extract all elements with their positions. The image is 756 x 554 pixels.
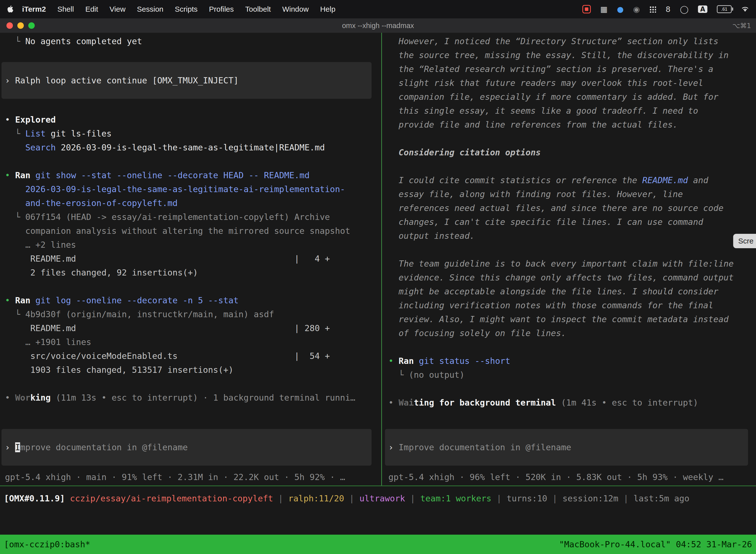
prompt-input[interactable]: › Improve documentation in @filename bbox=[385, 429, 748, 466]
blank-line bbox=[5, 99, 377, 113]
apple-logo-icon bbox=[7, 5, 14, 13]
terminal: └ No agents completed yet › Ralph loop a… bbox=[0, 33, 756, 554]
close-button[interactable] bbox=[6, 22, 13, 29]
inject-banner: › Ralph loop active continue [OMX_TMUX_I… bbox=[1, 62, 372, 99]
blank-line bbox=[388, 131, 753, 146]
stats-icon[interactable]: ▦ bbox=[600, 5, 608, 13]
omx-status-line: [OMX#0.11.9] cczip/essay/ai-reimplementa… bbox=[4, 491, 756, 505]
terminal-line: references need actual files, and since … bbox=[388, 201, 753, 215]
terminal-line: provide file and line references from th… bbox=[388, 118, 753, 131]
window-titlebar: omx --xhigh --madmax ⌥⌘1 bbox=[0, 18, 756, 33]
terminal-line: The team guideline is to back every impo… bbox=[388, 257, 753, 271]
terminal-line: review. Also, I might want to inspect th… bbox=[388, 312, 753, 326]
terminal-line: However, I noticed the “Directory Struct… bbox=[388, 34, 753, 48]
blank-line bbox=[5, 377, 377, 391]
right-pane: However, I noticed the “Directory Struct… bbox=[383, 33, 756, 487]
app-dark-icon[interactable]: ◉ bbox=[633, 5, 640, 13]
terminal-line: changes, I can't cite specific file line… bbox=[388, 215, 753, 229]
menu-item-view[interactable]: View bbox=[104, 5, 131, 13]
apple-menu[interactable] bbox=[7, 5, 14, 13]
status-divider bbox=[0, 486, 756, 486]
blank-line bbox=[388, 243, 753, 257]
menu-item-iterm2[interactable]: iTerm2 bbox=[16, 5, 52, 13]
tmux-status-bar: [omx-cczip0:bash* "MacBook-Pro-44.local"… bbox=[0, 535, 756, 554]
thinking-heading: Considering citation options bbox=[388, 146, 753, 159]
menu-item-list: iTerm2ShellEditViewSessionScriptsProfile… bbox=[16, 5, 341, 13]
battery-icon[interactable]: .61 bbox=[717, 5, 732, 13]
menu-item-profiles[interactable]: Profiles bbox=[203, 5, 239, 13]
menu-item-edit[interactable]: Edit bbox=[80, 5, 104, 13]
terminal-line: • Ran git show --stat --oneline --decora… bbox=[5, 168, 377, 182]
traffic-lights bbox=[6, 22, 35, 29]
menu-item-toolbelt[interactable]: Toolbelt bbox=[240, 5, 276, 13]
terminal-line: • Ran git log --oneline --decorate -n 5 … bbox=[5, 293, 377, 307]
terminal-line: companion analysis without altering the … bbox=[5, 224, 377, 238]
progress-circle-icon[interactable]: ◯ bbox=[680, 5, 689, 13]
wifi-icon[interactable] bbox=[741, 6, 749, 12]
terminal-line: └ List git ls-files bbox=[5, 126, 377, 141]
window-shortcut: ⌥⌘1 bbox=[733, 22, 751, 30]
terminal-line: └ 4b9d30f (origin/main, instructkr/main,… bbox=[5, 307, 377, 321]
terminal-line: companion file, especially if more comme… bbox=[388, 90, 753, 104]
terminal-line: … +1901 lines bbox=[5, 335, 377, 349]
pane-divider bbox=[381, 33, 382, 486]
prompt-input[interactable]: › Improve documentation in @filename bbox=[1, 429, 372, 466]
terminal-line: the “Related research writing” section i… bbox=[388, 62, 753, 76]
blank-line bbox=[5, 48, 377, 62]
screen: iTerm2ShellEditViewSessionScriptsProfile… bbox=[0, 0, 756, 554]
terminal-line: └ 067f154 (HEAD -> essay/ai-reimplementa… bbox=[5, 210, 377, 224]
working-status-line: • Working (11m 13s • esc to interrupt) ·… bbox=[5, 391, 377, 404]
screen-record-indicator[interactable] bbox=[582, 5, 591, 13]
terminal-line: └ No agents completed yet bbox=[5, 34, 377, 48]
terminal-line: output instead. bbox=[388, 229, 753, 243]
menu-item-scripts[interactable]: Scripts bbox=[169, 5, 203, 13]
blank-line bbox=[5, 279, 377, 293]
zoom-button[interactable] bbox=[28, 22, 35, 29]
menu-item-window[interactable]: Window bbox=[276, 5, 315, 13]
menu-item-session[interactable]: Session bbox=[131, 5, 169, 13]
window-title: omx --xhigh --madmax bbox=[342, 21, 414, 30]
dots-grid-icon[interactable] bbox=[649, 6, 656, 13]
terminal-line: src/voice/voiceModeEnabled.ts | 54 + bbox=[5, 349, 377, 363]
tmux-host-time: "MacBook-Pro-44.local" 04:52 31-Mar-26 bbox=[559, 537, 752, 551]
terminal-line: of focusing solely on file lines. bbox=[388, 326, 753, 340]
terminal-line: including verification notes with those … bbox=[388, 298, 753, 312]
terminal-line: the source tree, missing the essay. Stil… bbox=[388, 48, 753, 62]
terminal-line: this single essay, it seems like a good … bbox=[388, 104, 753, 118]
tmux-session-label: [omx-cczip0:bash* bbox=[4, 537, 90, 551]
keyboard-layout-icon[interactable]: 8 bbox=[666, 5, 671, 13]
screen-share-button[interactable]: Scre bbox=[733, 234, 756, 248]
blank-line bbox=[5, 154, 377, 168]
input-source-icon[interactable]: A bbox=[698, 5, 707, 13]
terminal-line: slight risk that future readers may over… bbox=[388, 76, 753, 90]
menu-item-help[interactable]: Help bbox=[315, 5, 341, 13]
terminal-line: └ (no output) bbox=[388, 368, 753, 382]
minimize-button[interactable] bbox=[17, 22, 24, 29]
terminal-line: 2 files changed, 92 insertions(+) bbox=[5, 266, 377, 279]
left-pane: └ No agents completed yet › Ralph loop a… bbox=[0, 33, 377, 487]
blank-line bbox=[388, 159, 753, 173]
blank-line bbox=[388, 340, 753, 354]
terminal-line: 2026-03-09-is-legal-the-same-as-legitima… bbox=[5, 182, 377, 196]
app-blue-icon[interactable]: ● bbox=[617, 5, 624, 13]
terminal-line: evidence. Since this change only affects… bbox=[388, 271, 753, 284]
terminal-line: … +2 lines bbox=[5, 238, 377, 252]
menu-item-shell[interactable]: Shell bbox=[52, 5, 80, 13]
terminal-line: README.md | 4 + bbox=[5, 252, 377, 266]
terminal-line: 1903 files changed, 513517 insertions(+) bbox=[5, 363, 377, 377]
terminal-line: essay file, along with finding root file… bbox=[388, 187, 753, 201]
model-status-line: gpt-5.4 xhigh · 96% left · 520K in · 5.8… bbox=[388, 470, 753, 484]
terminal-line: • Ran git status --short bbox=[388, 354, 753, 368]
menu-bar: iTerm2ShellEditViewSessionScriptsProfile… bbox=[0, 0, 756, 18]
model-status-line: gpt-5.4 xhigh · main · 91% left · 2.31M … bbox=[5, 470, 377, 484]
blank-line bbox=[388, 382, 753, 396]
terminal-line: README.md | 280 + bbox=[5, 321, 377, 335]
status-icon-list: ▦●◉8◯A.61 bbox=[582, 5, 749, 13]
terminal-line: Search 2026-03-09-is-legal-the-same-as-l… bbox=[5, 141, 377, 154]
terminal-line: • Explored bbox=[5, 113, 377, 126]
terminal-line: I could cite commit statistics or refere… bbox=[388, 173, 753, 187]
terminal-line: might be acceptable alongside the file l… bbox=[388, 284, 753, 298]
terminal-line: and-the-erosion-of-copyleft.md bbox=[5, 196, 377, 210]
waiting-status-line: • Waiting for background terminal (1m 41… bbox=[388, 396, 753, 409]
